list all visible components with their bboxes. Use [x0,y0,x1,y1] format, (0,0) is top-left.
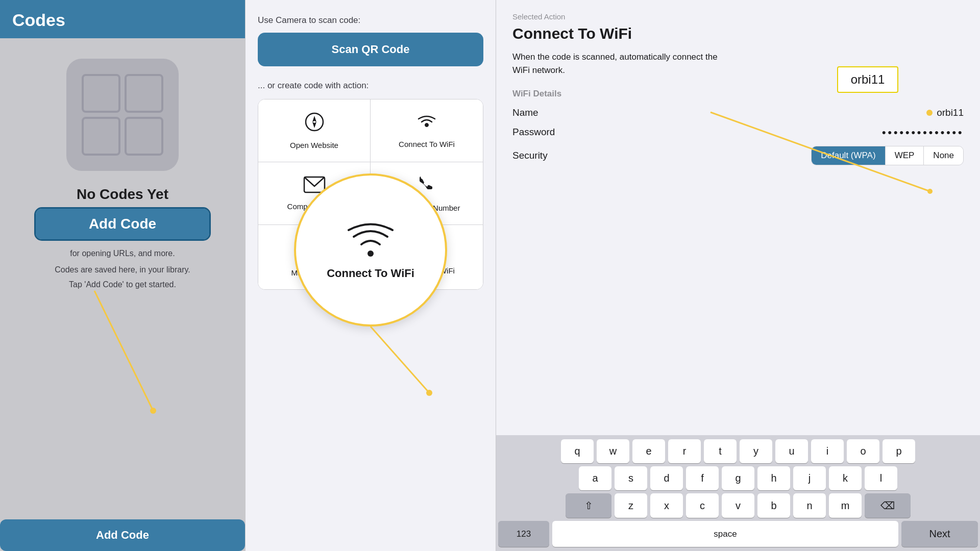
security-button-group: Default (WPA) WEP None [811,146,964,165]
password-label: Password [512,127,555,138]
key-i[interactable]: i [811,439,844,463]
key-q[interactable]: q [561,439,594,463]
orbi-callout-box: orbi11 [837,66,898,93]
delete-key[interactable]: ⌫ [865,493,911,518]
yellow-dot-name [926,110,933,116]
qr-inner [82,74,163,156]
name-value-container: orbi11 [926,107,964,118]
key-o[interactable]: o [847,439,879,463]
name-detail-row: Name orbi11 [512,107,964,118]
key-s[interactable]: s [615,466,647,490]
compass-icon [304,112,325,137]
description-text: for opening URLs, and more. [70,247,175,260]
key-a[interactable]: a [579,466,611,490]
add-code-top-button[interactable]: Add Code [36,209,209,239]
security-btn-none[interactable]: None [924,146,963,165]
add-code-bottom-button[interactable]: Add Code [0,519,245,551]
qr-cell-tr [125,74,163,113]
svg-marker-3 [312,116,316,122]
qr-cell-br [125,117,163,156]
key-b[interactable]: b [757,493,790,518]
no-codes-title: No Codes Yet [77,186,168,203]
key-m[interactable]: m [829,493,862,518]
left-content: No Codes Yet Add Code for opening URLs, … [23,38,222,551]
password-detail-row: Password ●●●●●●●●●●●●●● [512,127,964,138]
create-label: ... or create code with action: [258,81,483,91]
key-h[interactable]: h [757,466,790,490]
keyboard-bottom-row: 123 space Next [498,521,978,547]
svg-marker-4 [312,122,316,128]
key-k[interactable]: k [829,466,862,490]
tap-text: Tap 'Add Code' to get started. [69,280,176,289]
middle-panel: Use Camera to scan code: Scan QR Code ..… [246,0,496,551]
key-p[interactable]: p [883,439,915,463]
key-c[interactable]: c [686,493,719,518]
key-n[interactable]: n [793,493,826,518]
selected-action-label: Selected Action [512,12,964,21]
key-l[interactable]: l [865,466,897,490]
qr-placeholder-icon [66,59,179,171]
security-btn-wpa[interactable]: Default (WPA) [812,146,885,165]
security-label: Security [512,150,548,161]
key-j[interactable]: j [793,466,826,490]
open-website-label: Open Website [290,141,338,149]
orbi-callout-text: orbi11 [851,72,885,86]
left-panel: Codes No Codes Yet Add Code for opening … [0,0,245,551]
wifi-icon-top [416,113,437,136]
key-x[interactable]: x [650,493,683,518]
key-e[interactable]: e [632,439,665,463]
key-v[interactable]: v [722,493,754,518]
action-open-website[interactable]: Open Website [258,99,371,162]
key-u[interactable]: u [775,439,808,463]
numbers-key[interactable]: 123 [498,521,549,547]
svg-point-10 [426,390,432,396]
password-value-container: ●●●●●●●●●●●●●● [882,128,964,136]
key-g[interactable]: g [722,466,754,490]
codes-title: Codes [12,10,65,30]
connect-wifi-title: Connect To WiFi [512,25,964,42]
next-key[interactable]: Next [901,521,978,547]
svg-line-9 [371,327,429,393]
qr-cell-tl [82,74,120,113]
keyboard-row-3: ⇧ z x c v b n m ⌫ [498,493,978,518]
scan-qr-button[interactable]: Scan QR Code [258,33,483,66]
connect-wifi-description: When the code is scanned, automatically … [512,51,727,77]
shift-key[interactable]: ⇧ [566,493,611,518]
action-connect-wifi-top[interactable]: Connect To WiFi [371,99,483,162]
security-row: Security Default (WPA) WEP None [512,146,964,165]
space-key[interactable]: space [552,521,898,547]
security-btn-wep[interactable]: WEP [886,146,924,165]
svg-point-8 [368,251,374,257]
left-header: Codes [0,0,245,38]
password-dots: ●●●●●●●●●●●●●● [882,128,964,136]
right-panel: Selected Action Connect To WiFi When the… [496,0,980,551]
key-r[interactable]: r [668,439,701,463]
key-z[interactable]: z [615,493,647,518]
codes-saved-text: Codes are saved here, in your library. [55,264,190,276]
connect-wifi-top-label: Connect To WiFi [399,140,455,148]
circle-overlay-label: Connect To WiFi [327,267,414,280]
key-y[interactable]: y [740,439,772,463]
key-w[interactable]: w [597,439,629,463]
keyboard-row-2: a s d f g h j k l [498,466,978,490]
name-label: Name [512,107,538,118]
scan-label: Use Camera to scan code: [258,15,483,26]
key-t[interactable]: t [704,439,737,463]
key-f[interactable]: f [686,466,719,490]
key-d[interactable]: d [650,466,683,490]
circle-wifi-icon [348,220,394,261]
keyboard-row-1: q w e r t y u i o p [498,439,978,463]
connect-wifi-circle-overlay[interactable]: Connect To WiFi [294,173,447,327]
name-value: orbi11 [937,107,964,118]
qr-cell-bl [82,117,120,156]
keyboard: q w e r t y u i o p a s d f g h j k l ⇧ … [496,435,980,551]
